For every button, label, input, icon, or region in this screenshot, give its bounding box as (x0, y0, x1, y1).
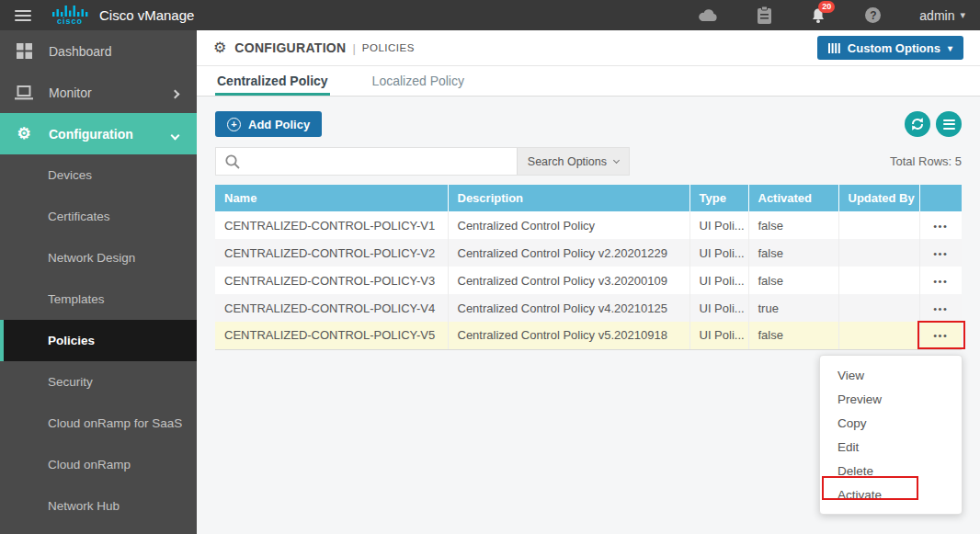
gear-icon: ⚙ (15, 126, 33, 142)
dashboard-grid-icon (15, 43, 33, 59)
sidebar-item-cloud-onramp-saas[interactable]: Cloud onRamp for SaaS (0, 403, 197, 444)
sidebar-subitem-label: Security (48, 375, 93, 389)
menu-item-activate[interactable]: Activate (820, 483, 962, 506)
add-policy-button[interactable]: + Add Policy (215, 111, 322, 137)
sidebar-subitem-label: Certificates (48, 210, 110, 223)
notifications-bell-icon[interactable]: 20 (810, 7, 826, 24)
column-header-type[interactable]: Type (689, 185, 748, 211)
menu-item-delete[interactable]: Delete (820, 459, 962, 483)
page-subtitle: POLICIES (362, 42, 415, 53)
sidebar-item-policies[interactable]: Policies (0, 320, 197, 361)
cell-updated-by (838, 322, 919, 349)
more-actions-icon[interactable]: ••• (933, 303, 948, 314)
cell-description: Centralized Control Policy v3.20200109 (448, 267, 689, 294)
sidebar-item-monitor[interactable]: Monitor (0, 72, 197, 113)
cell-description: Centralized Control Policy (448, 211, 689, 239)
menu-item-edit[interactable]: Edit (820, 435, 962, 459)
search-options-label: Search Options (528, 155, 607, 168)
cell-activated: false (748, 322, 838, 349)
sidebar-item-security[interactable]: Security (0, 361, 197, 403)
sidebar-item-network-design[interactable]: Network Design (0, 237, 197, 278)
cell-name: CENTRALIZED-CONTROL-POLICY-V3 (215, 267, 448, 294)
menu-item-label: Preview (838, 392, 882, 406)
cell-type: UI Poli... (689, 267, 748, 294)
cell-updated-by (838, 294, 919, 322)
sidebar-item-dashboard[interactable]: Dashboard (0, 30, 197, 72)
page-header: ⚙ CONFIGURATION | POLICIES Custom Option… (197, 30, 980, 66)
policies-table: Name Description Type Activated Updated … (215, 185, 962, 350)
notification-count-badge: 20 (818, 1, 835, 13)
column-header-updated-by[interactable]: Updated By (838, 185, 919, 211)
cell-description: Centralized Control Policy v2.20201229 (448, 239, 689, 267)
more-actions-icon[interactable]: ••• (933, 330, 948, 341)
more-actions-icon[interactable]: ••• (933, 221, 948, 232)
sidebar-item-cloud-onramp[interactable]: Cloud onRamp (0, 444, 197, 485)
custom-options-button[interactable]: Custom Options ▾ (817, 36, 963, 60)
table-row[interactable]: CENTRALIZED-CONTROL-POLICY-V4 Centralize… (215, 294, 962, 322)
sidebar-subitem-label: Network Design (48, 251, 135, 265)
total-rows-label: Total Rows: 5 (890, 154, 962, 168)
tab-localized-policy[interactable]: Localized Policy (370, 66, 466, 96)
column-header-actions (919, 185, 962, 211)
refresh-icon (910, 117, 925, 131)
cell-activated: false (748, 239, 838, 267)
more-actions-icon[interactable]: ••• (933, 276, 948, 287)
sidebar-item-label: Monitor (49, 85, 172, 100)
sidebar-subitem-label: Cloud onRamp for SaaS (48, 416, 182, 430)
add-policy-label: Add Policy (248, 118, 310, 131)
cell-description: Centralized Control Policy v4.20210125 (448, 294, 689, 322)
sidebar-item-certificates[interactable]: Certificates (0, 196, 197, 237)
column-header-description[interactable]: Description (448, 185, 689, 211)
menu-item-preview[interactable]: Preview (820, 387, 962, 411)
columns-icon (828, 43, 840, 53)
tasks-clipboard-icon[interactable] (758, 6, 771, 24)
more-actions-icon[interactable]: ••• (933, 248, 948, 259)
cisco-logo-bars (51, 6, 88, 17)
search-input[interactable] (241, 148, 517, 175)
sidebar-item-configuration[interactable]: ⚙ Configuration (0, 113, 197, 154)
user-menu[interactable]: admin ▾ (919, 8, 965, 23)
help-icon[interactable]: ? (865, 7, 881, 23)
sidebar: Dashboard Monitor ⚙ Configuration Device… (0, 30, 197, 534)
search-options-dropdown[interactable]: Search Options (517, 148, 629, 175)
column-header-activated[interactable]: Activated (748, 185, 838, 211)
menu-item-label: Edit (838, 440, 859, 454)
table-row[interactable]: CENTRALIZED-CONTROL-POLICY-V2 Centralize… (215, 239, 962, 267)
sidebar-item-devices[interactable]: Devices (0, 154, 197, 196)
menu-item-label: Delete (838, 464, 873, 478)
sidebar-subitem-label: Policies (48, 334, 95, 347)
table-row-selected[interactable]: CENTRALIZED-CONTROL-POLICY-V5 Centralize… (215, 322, 962, 349)
tab-centralized-policy[interactable]: Centralized Policy (215, 66, 330, 96)
table-header-row: Name Description Type Activated Updated … (215, 185, 962, 211)
cloud-icon[interactable] (697, 8, 719, 22)
refresh-button[interactable] (905, 111, 930, 137)
menu-item-copy[interactable]: Copy (820, 411, 962, 435)
cell-activated: false (748, 267, 838, 294)
title-divider: | (352, 41, 355, 55)
menu-item-label: View (838, 369, 864, 382)
chevron-right-icon (172, 85, 178, 100)
cell-type: UI Poli... (689, 211, 748, 239)
row-actions-menu: View Preview Copy Edit Delete Activate (819, 355, 963, 515)
sidebar-item-templates[interactable]: Templates (0, 278, 197, 320)
cell-description: Centralized Control Policy v5.20210918 (448, 322, 689, 349)
tab-label: Centralized Policy (217, 74, 328, 88)
vmanage-app: cisco Cisco vManage (0, 0, 980, 534)
table-row[interactable]: CENTRALIZED-CONTROL-POLICY-V3 Centralize… (215, 267, 962, 294)
cell-activated: false (748, 211, 838, 239)
cisco-logo-word: cisco (57, 17, 83, 26)
column-header-name[interactable]: Name (215, 185, 448, 211)
tab-label: Localized Policy (372, 74, 464, 88)
sidebar-subitem-label: Cloud onRamp (48, 458, 131, 472)
plus-icon: + (227, 118, 241, 131)
sidebar-item-network-hub[interactable]: Network Hub (0, 485, 197, 527)
cell-name: CENTRALIZED-CONTROL-POLICY-V1 (215, 211, 448, 239)
menu-item-view[interactable]: View (820, 363, 962, 387)
table-menu-button[interactable] (936, 111, 962, 137)
cell-type: UI Poli... (689, 239, 748, 267)
chevron-down-icon (613, 156, 620, 163)
page-title: CONFIGURATION (234, 40, 346, 55)
menu-icon[interactable] (15, 10, 31, 21)
cell-updated-by (838, 211, 919, 239)
table-row[interactable]: CENTRALIZED-CONTROL-POLICY-V1 Centralize… (215, 211, 962, 239)
